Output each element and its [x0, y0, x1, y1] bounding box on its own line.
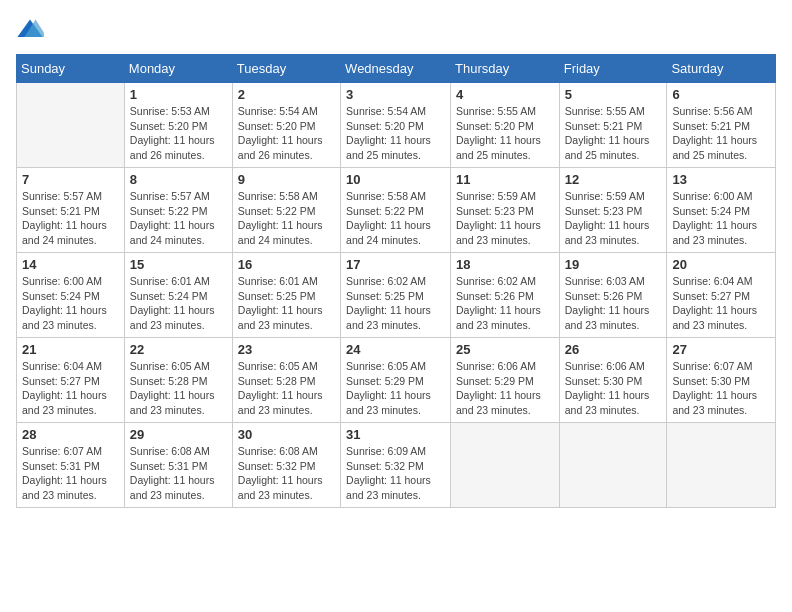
calendar-cell: [667, 423, 776, 508]
day-number: 7: [22, 172, 119, 187]
day-info: Sunrise: 6:08 AMSunset: 5:31 PMDaylight:…: [130, 444, 227, 503]
calendar-week-row: 28Sunrise: 6:07 AMSunset: 5:31 PMDayligh…: [17, 423, 776, 508]
calendar-cell: 6Sunrise: 5:56 AMSunset: 5:21 PMDaylight…: [667, 83, 776, 168]
calendar-cell: 5Sunrise: 5:55 AMSunset: 5:21 PMDaylight…: [559, 83, 667, 168]
calendar-cell: 31Sunrise: 6:09 AMSunset: 5:32 PMDayligh…: [341, 423, 451, 508]
header-sunday: Sunday: [17, 55, 125, 83]
calendar-week-row: 7Sunrise: 5:57 AMSunset: 5:21 PMDaylight…: [17, 168, 776, 253]
calendar-cell: [559, 423, 667, 508]
calendar-cell: 9Sunrise: 5:58 AMSunset: 5:22 PMDaylight…: [232, 168, 340, 253]
calendar-cell: 3Sunrise: 5:54 AMSunset: 5:20 PMDaylight…: [341, 83, 451, 168]
day-number: 28: [22, 427, 119, 442]
calendar-cell: 2Sunrise: 5:54 AMSunset: 5:20 PMDaylight…: [232, 83, 340, 168]
day-number: 13: [672, 172, 770, 187]
header-thursday: Thursday: [451, 55, 560, 83]
day-number: 8: [130, 172, 227, 187]
day-number: 23: [238, 342, 335, 357]
day-info: Sunrise: 6:06 AMSunset: 5:30 PMDaylight:…: [565, 359, 662, 418]
calendar-cell: 26Sunrise: 6:06 AMSunset: 5:30 PMDayligh…: [559, 338, 667, 423]
day-info: Sunrise: 6:01 AMSunset: 5:25 PMDaylight:…: [238, 274, 335, 333]
calendar-week-row: 14Sunrise: 6:00 AMSunset: 5:24 PMDayligh…: [17, 253, 776, 338]
day-number: 14: [22, 257, 119, 272]
calendar-cell: 8Sunrise: 5:57 AMSunset: 5:22 PMDaylight…: [124, 168, 232, 253]
day-info: Sunrise: 6:00 AMSunset: 5:24 PMDaylight:…: [22, 274, 119, 333]
day-number: 18: [456, 257, 554, 272]
day-number: 17: [346, 257, 445, 272]
day-info: Sunrise: 6:02 AMSunset: 5:25 PMDaylight:…: [346, 274, 445, 333]
calendar-cell: [17, 83, 125, 168]
calendar-header-row: SundayMondayTuesdayWednesdayThursdayFrid…: [17, 55, 776, 83]
day-info: Sunrise: 6:04 AMSunset: 5:27 PMDaylight:…: [672, 274, 770, 333]
page-header: [16, 16, 776, 44]
calendar-cell: 14Sunrise: 6:00 AMSunset: 5:24 PMDayligh…: [17, 253, 125, 338]
day-number: 31: [346, 427, 445, 442]
day-info: Sunrise: 6:09 AMSunset: 5:32 PMDaylight:…: [346, 444, 445, 503]
day-info: Sunrise: 5:59 AMSunset: 5:23 PMDaylight:…: [565, 189, 662, 248]
day-info: Sunrise: 6:00 AMSunset: 5:24 PMDaylight:…: [672, 189, 770, 248]
calendar-cell: 27Sunrise: 6:07 AMSunset: 5:30 PMDayligh…: [667, 338, 776, 423]
day-info: Sunrise: 6:05 AMSunset: 5:28 PMDaylight:…: [130, 359, 227, 418]
day-info: Sunrise: 5:55 AMSunset: 5:20 PMDaylight:…: [456, 104, 554, 163]
calendar-cell: 4Sunrise: 5:55 AMSunset: 5:20 PMDaylight…: [451, 83, 560, 168]
day-number: 16: [238, 257, 335, 272]
calendar-week-row: 1Sunrise: 5:53 AMSunset: 5:20 PMDaylight…: [17, 83, 776, 168]
day-number: 12: [565, 172, 662, 187]
day-number: 19: [565, 257, 662, 272]
calendar-cell: 15Sunrise: 6:01 AMSunset: 5:24 PMDayligh…: [124, 253, 232, 338]
day-info: Sunrise: 5:56 AMSunset: 5:21 PMDaylight:…: [672, 104, 770, 163]
day-number: 9: [238, 172, 335, 187]
calendar-cell: 28Sunrise: 6:07 AMSunset: 5:31 PMDayligh…: [17, 423, 125, 508]
calendar-table: SundayMondayTuesdayWednesdayThursdayFrid…: [16, 54, 776, 508]
calendar-cell: 25Sunrise: 6:06 AMSunset: 5:29 PMDayligh…: [451, 338, 560, 423]
day-info: Sunrise: 6:06 AMSunset: 5:29 PMDaylight:…: [456, 359, 554, 418]
calendar-cell: 29Sunrise: 6:08 AMSunset: 5:31 PMDayligh…: [124, 423, 232, 508]
day-info: Sunrise: 6:01 AMSunset: 5:24 PMDaylight:…: [130, 274, 227, 333]
day-info: Sunrise: 5:53 AMSunset: 5:20 PMDaylight:…: [130, 104, 227, 163]
calendar-cell: 24Sunrise: 6:05 AMSunset: 5:29 PMDayligh…: [341, 338, 451, 423]
day-info: Sunrise: 5:54 AMSunset: 5:20 PMDaylight:…: [238, 104, 335, 163]
day-number: 20: [672, 257, 770, 272]
day-number: 10: [346, 172, 445, 187]
day-info: Sunrise: 6:07 AMSunset: 5:30 PMDaylight:…: [672, 359, 770, 418]
header-saturday: Saturday: [667, 55, 776, 83]
day-info: Sunrise: 6:03 AMSunset: 5:26 PMDaylight:…: [565, 274, 662, 333]
day-info: Sunrise: 6:05 AMSunset: 5:28 PMDaylight:…: [238, 359, 335, 418]
calendar-cell: 22Sunrise: 6:05 AMSunset: 5:28 PMDayligh…: [124, 338, 232, 423]
day-number: 4: [456, 87, 554, 102]
calendar-week-row: 21Sunrise: 6:04 AMSunset: 5:27 PMDayligh…: [17, 338, 776, 423]
day-info: Sunrise: 6:02 AMSunset: 5:26 PMDaylight:…: [456, 274, 554, 333]
logo-icon: [16, 16, 44, 44]
header-wednesday: Wednesday: [341, 55, 451, 83]
day-info: Sunrise: 5:58 AMSunset: 5:22 PMDaylight:…: [346, 189, 445, 248]
day-number: 3: [346, 87, 445, 102]
day-number: 22: [130, 342, 227, 357]
calendar-cell: 23Sunrise: 6:05 AMSunset: 5:28 PMDayligh…: [232, 338, 340, 423]
calendar-cell: 12Sunrise: 5:59 AMSunset: 5:23 PMDayligh…: [559, 168, 667, 253]
day-number: 24: [346, 342, 445, 357]
calendar-cell: 7Sunrise: 5:57 AMSunset: 5:21 PMDaylight…: [17, 168, 125, 253]
calendar-cell: 17Sunrise: 6:02 AMSunset: 5:25 PMDayligh…: [341, 253, 451, 338]
day-info: Sunrise: 5:55 AMSunset: 5:21 PMDaylight:…: [565, 104, 662, 163]
day-info: Sunrise: 5:54 AMSunset: 5:20 PMDaylight:…: [346, 104, 445, 163]
day-number: 26: [565, 342, 662, 357]
calendar-cell: [451, 423, 560, 508]
day-info: Sunrise: 6:04 AMSunset: 5:27 PMDaylight:…: [22, 359, 119, 418]
day-number: 11: [456, 172, 554, 187]
day-number: 15: [130, 257, 227, 272]
day-info: Sunrise: 6:08 AMSunset: 5:32 PMDaylight:…: [238, 444, 335, 503]
day-number: 21: [22, 342, 119, 357]
calendar-cell: 13Sunrise: 6:00 AMSunset: 5:24 PMDayligh…: [667, 168, 776, 253]
calendar-cell: 20Sunrise: 6:04 AMSunset: 5:27 PMDayligh…: [667, 253, 776, 338]
calendar-cell: 30Sunrise: 6:08 AMSunset: 5:32 PMDayligh…: [232, 423, 340, 508]
calendar-cell: 1Sunrise: 5:53 AMSunset: 5:20 PMDaylight…: [124, 83, 232, 168]
header-tuesday: Tuesday: [232, 55, 340, 83]
calendar-cell: 16Sunrise: 6:01 AMSunset: 5:25 PMDayligh…: [232, 253, 340, 338]
day-number: 29: [130, 427, 227, 442]
calendar-cell: 10Sunrise: 5:58 AMSunset: 5:22 PMDayligh…: [341, 168, 451, 253]
header-friday: Friday: [559, 55, 667, 83]
day-info: Sunrise: 6:05 AMSunset: 5:29 PMDaylight:…: [346, 359, 445, 418]
calendar-cell: 11Sunrise: 5:59 AMSunset: 5:23 PMDayligh…: [451, 168, 560, 253]
day-number: 2: [238, 87, 335, 102]
day-info: Sunrise: 5:57 AMSunset: 5:21 PMDaylight:…: [22, 189, 119, 248]
day-info: Sunrise: 6:07 AMSunset: 5:31 PMDaylight:…: [22, 444, 119, 503]
